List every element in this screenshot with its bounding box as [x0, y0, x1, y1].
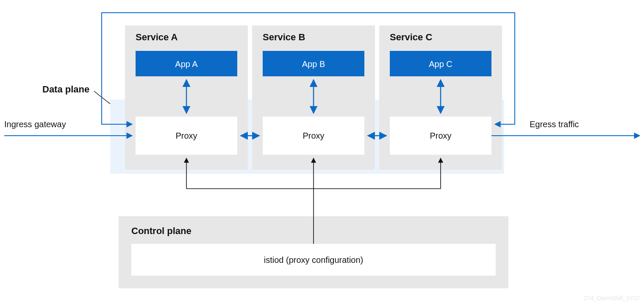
- egress-label: Egress traffic: [530, 120, 579, 129]
- service-c-title: Service C: [390, 32, 432, 42]
- service-b-proxy-label: Proxy: [303, 131, 324, 140]
- data-plane-label: Data plane: [42, 84, 89, 95]
- service-c-app-label: App C: [429, 59, 452, 69]
- service-c-proxy-label: Proxy: [430, 131, 451, 140]
- control-plane-title: Control plane: [131, 226, 192, 236]
- service-a-app-label: App A: [175, 59, 198, 69]
- watermark: 274_OpenShift_0722: [584, 295, 640, 301]
- service-b-title: Service B: [263, 32, 305, 42]
- service-b-app-label: App B: [302, 59, 325, 69]
- ingress-label: Ingress gateway: [4, 120, 66, 129]
- service-a-title: Service A: [136, 32, 178, 42]
- service-a-proxy-label: Proxy: [175, 131, 197, 140]
- diagram-canvas: Service A App A Proxy Service B App B Pr…: [0, 0, 644, 304]
- istiod-label: istiod (proxy configuration): [264, 255, 364, 265]
